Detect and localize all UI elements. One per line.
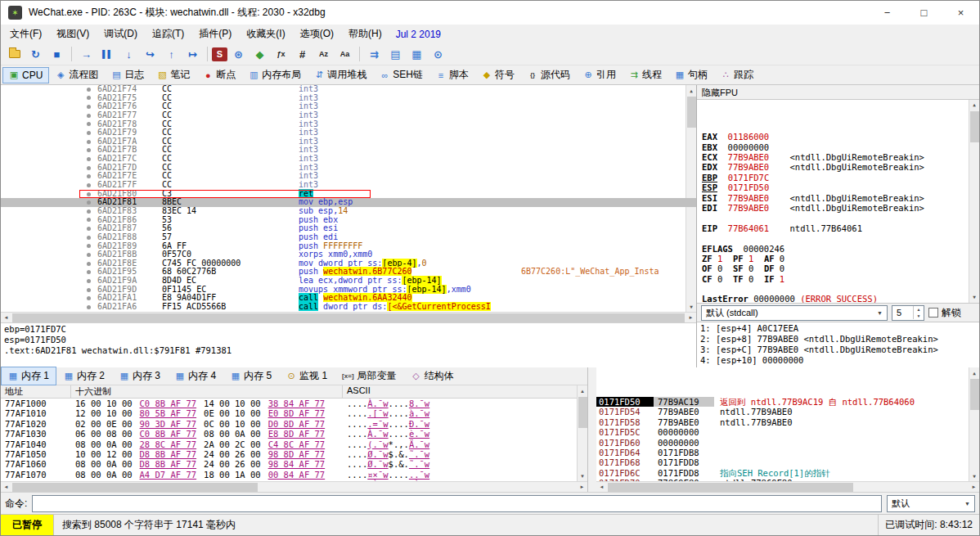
run-to-user-code-button[interactable]: ↦	[182, 45, 203, 64]
argument-count-spinner[interactable]: 5 ▲▼	[892, 305, 924, 321]
scroll-down-icon[interactable]: ▼	[578, 471, 588, 481]
font-button[interactable]: Aa	[335, 45, 355, 64]
menu-item-5[interactable]: 插件(P)	[191, 25, 239, 43]
dump-row[interactable]: 77AF101012 00 10 0080 5B AF 770E 00 10 0…	[1, 408, 577, 418]
minimize-button[interactable]: −	[869, 1, 906, 25]
restart-button[interactable]: ↻	[25, 45, 46, 64]
disasm-hscrollbar[interactable]: ◄ ►	[1, 312, 696, 322]
scroll-right-icon[interactable]: ►	[577, 482, 587, 493]
scroll-up-icon[interactable]: ▲	[969, 367, 980, 378]
disasm-view[interactable]: ▲ ▼ 6AD21F74CCint36AD21F75CCint36AD21F76…	[1, 85, 696, 312]
disasm-row[interactable]: 6AD21F8383EC 14sub esp,14	[1, 207, 696, 216]
stack-row[interactable]: 0171FD5477B9ABE0ntdll.77B9ABE0	[596, 407, 969, 417]
argument-row[interactable]: 3: [esp+C] 77B9ABE0 <ntdll.DbgUiRemoteBr…	[700, 345, 976, 355]
command-profile-select[interactable]: 默认 ▼	[887, 495, 975, 512]
dump-row[interactable]: 77AF100016 00 10 00C0 8B AF 7714 00 10 0…	[1, 399, 577, 408]
pane-splitter[interactable]	[588, 367, 596, 492]
scroll-right-icon[interactable]: ►	[969, 482, 979, 493]
menu-item-8[interactable]: 帮助(H)	[341, 25, 389, 43]
tab-dump2[interactable]: ▦内存 2	[56, 367, 112, 385]
stack-row[interactable]: 0171FD6C0171FDD8指向SEH_Record[1]的指针	[596, 468, 969, 478]
tab-threads[interactable]: ⇉线程	[623, 65, 668, 84]
register-row[interactable]: ESI 77B9ABE0 <ntdll.DbgUiRemoteBreakin>	[702, 193, 968, 203]
register-row[interactable]: ESP 0171FD50	[702, 182, 968, 192]
registers-view[interactable]: ▲ ▼ EAX 01186000EBX 00000000ECX 77B9ABE0…	[697, 100, 979, 303]
open-file-button[interactable]	[4, 45, 25, 64]
scroll-left-icon[interactable]: ◄	[1, 482, 11, 493]
stack-vscrollbar[interactable]: ▲ ▼	[969, 367, 979, 481]
dump-row[interactable]: 77AF105010 00 12 00D8 8B AF 7724 00 26 0…	[1, 449, 577, 459]
pause-button[interactable]: ▌▌	[97, 45, 118, 64]
stack-row[interactable]: 0171FD5877B9ABE0ntdll.77B9ABE0	[596, 417, 969, 427]
register-row[interactable]: ZF 1 PF 1 AF 0	[702, 254, 968, 263]
register-row[interactable]: OF 0 SF 0 DF 0	[702, 263, 968, 273]
tab-notes[interactable]: ▧笔记	[151, 65, 196, 84]
tab-script[interactable]: ≡脚本	[429, 65, 475, 84]
dump-row[interactable]: 77AF10801C 00 1E 0070 D9 AF 7716 00 18 0…	[1, 480, 577, 481]
disasm-row[interactable]: 6AD21FA6FF15 ACD5566Bcall dword ptr ds:[…	[1, 303, 696, 312]
dump-row[interactable]: 77AF102002 00 0E 0090 3D AF 770C 00 10 0…	[1, 419, 577, 429]
tab-dump5[interactable]: ▦内存 5	[223, 367, 279, 385]
dump-row[interactable]: 77AF106008 00 0A 00D8 8B AF 7724 00 26 0…	[1, 459, 577, 469]
scroll-thumb[interactable]	[12, 483, 258, 492]
scroll-left-icon[interactable]: ◄	[1, 313, 11, 323]
tab-watch1[interactable]: ⊙监视 1	[279, 367, 335, 385]
tab-dump3[interactable]: ▦内存 3	[112, 367, 168, 385]
tab-cpu[interactable]: ▣CPU	[2, 67, 49, 83]
dump-rows[interactable]: 77AF100016 00 10 00C0 8B AF 7714 00 10 0…	[1, 399, 577, 481]
calling-convention-select[interactable]: 默认 (stdcall) ▼	[701, 305, 888, 321]
close-button[interactable]: ×	[942, 1, 979, 25]
menu-item-3[interactable]: 调试(D)	[97, 25, 145, 43]
menu-item-1[interactable]: 文件(F)	[2, 25, 49, 43]
disasm-row[interactable]: 6AD21F77CCint3	[1, 111, 696, 120]
stack-hscrollbar[interactable]: ◄ ►	[596, 481, 979, 492]
register-row[interactable]: ECX 77B9ABE0 <ntdll.DbgUiRemoteBreakin>	[702, 152, 968, 162]
execute-till-return-button[interactable]: ↑	[161, 45, 182, 64]
tab-graph[interactable]: ◈流程图	[49, 65, 105, 84]
tab-struct[interactable]: ◇结构体	[404, 367, 461, 385]
stack-row[interactable]: 0171FD5C00000000	[596, 427, 969, 437]
plugins-button[interactable]: ◆	[249, 45, 270, 64]
tab-handles[interactable]: ▦句柄	[668, 65, 714, 84]
menu-item-7[interactable]: 选项(O)	[293, 25, 341, 43]
stack-row[interactable]: 0171FD640171FDB8	[596, 448, 969, 457]
command-input[interactable]	[32, 495, 882, 512]
stack-row[interactable]: 0171FD5077B9AC19返回到 ntdll.77B9AC19 自 ntd…	[596, 397, 969, 407]
scylla-button[interactable]: S	[212, 47, 227, 61]
scroll-up-icon[interactable]: ▲	[578, 385, 588, 396]
register-row[interactable]	[702, 213, 968, 223]
scroll-thumb[interactable]	[12, 313, 685, 322]
stack-row[interactable]: 0171FD6000000000	[596, 438, 969, 448]
threads-button[interactable]: ⇉	[364, 45, 384, 64]
registers-vscrollbar[interactable]: ▲ ▼	[969, 100, 979, 303]
argument-row[interactable]: 4: [esp+10] 00000000	[700, 355, 976, 366]
register-row[interactable]: EIP 77B64061 ntdll.77B64061	[702, 223, 968, 233]
menu-item-6[interactable]: 收藏夹(I)	[239, 25, 292, 43]
arguments-view[interactable]: 1: [esp+4] A0C17EEA2: [esp+8] 77B9ABE0 <…	[697, 322, 979, 367]
tab-trace[interactable]: ∴跟踪	[714, 65, 760, 84]
dump-row[interactable]: 77AF107008 00 0A 00A4 D7 AF 7718 00 1A 0…	[1, 470, 577, 480]
menu-item-2[interactable]: 视图(V)	[49, 25, 97, 43]
register-row[interactable]: LastError 00000000 (ERROR_SUCCESS)	[702, 294, 968, 303]
fx-button[interactable]: ƒx	[271, 45, 291, 64]
hide-fpu-button[interactable]: 隐藏FPU	[697, 85, 979, 100]
scroll-thumb[interactable]	[578, 397, 587, 428]
dump-row[interactable]: 77AF104008 00 0A 0028 8C AF 772A 00 2C 0…	[1, 439, 577, 449]
time-button[interactable]: ⊙	[428, 45, 448, 64]
tab-seh[interactable]: ∞SEH链	[373, 65, 429, 84]
register-row[interactable]	[702, 284, 968, 294]
run-button[interactable]: →	[76, 45, 97, 64]
step-over-button[interactable]: ↪	[140, 45, 160, 64]
scroll-thumb[interactable]	[608, 483, 853, 492]
scroll-right-icon[interactable]: ►	[686, 313, 696, 323]
scroll-down-icon[interactable]: ▼	[969, 471, 980, 481]
scroll-left-icon[interactable]: ◄	[596, 482, 607, 493]
register-row[interactable]: EFLAGS 00000246	[702, 244, 968, 254]
argument-row[interactable]: 2: [esp+8] 77B9ABE0 <ntdll.DbgUiRemoteBr…	[700, 334, 976, 345]
register-row[interactable]: EDI 77B9ABE0 <ntdll.DbgUiRemoteBreakin>	[702, 203, 968, 213]
stack-row[interactable]: 0171FD680171FDD8	[596, 457, 969, 467]
tab-log[interactable]: ▤日志	[105, 65, 151, 84]
tab-breakpoints[interactable]: ●断点	[196, 65, 242, 84]
menu-item-4[interactable]: 追踪(T)	[145, 25, 191, 43]
tab-call-stack[interactable]: ⇵调用堆栈	[308, 65, 373, 84]
